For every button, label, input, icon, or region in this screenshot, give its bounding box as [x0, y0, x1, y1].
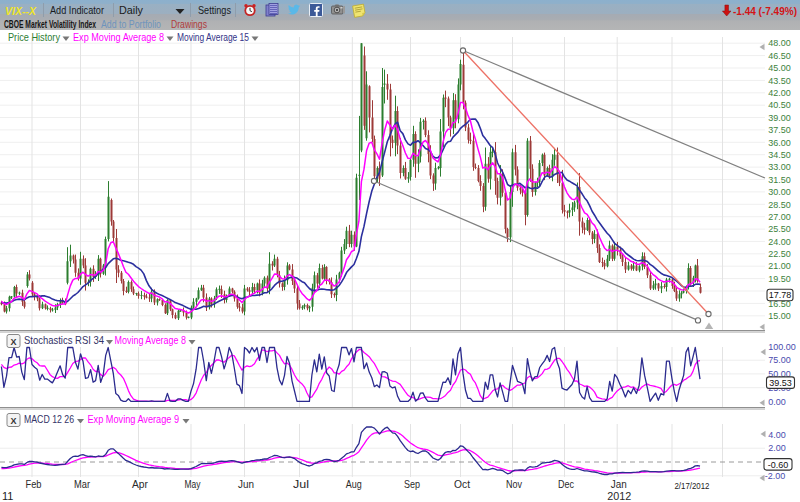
svg-text:31.50: 31.50: [768, 175, 791, 185]
svg-text:39.00: 39.00: [768, 113, 791, 123]
svg-text:43.50: 43.50: [768, 76, 791, 86]
svg-text:42.00: 42.00: [768, 88, 791, 98]
svg-text:48.00: 48.00: [768, 38, 791, 48]
svg-text:Stochastics RSI 34: Stochastics RSI 34: [24, 334, 104, 346]
svg-text:Apr: Apr: [132, 478, 148, 490]
svg-text:Oct: Oct: [454, 478, 470, 490]
svg-text:Add Indicator: Add Indicator: [50, 4, 104, 16]
svg-text:Aug: Aug: [346, 478, 362, 490]
svg-text:0.00: 0.00: [768, 397, 786, 407]
svg-text:Jan: Jan: [611, 478, 627, 490]
svg-text:33.00: 33.00: [768, 162, 791, 172]
svg-text:-1.44 (-7.49%): -1.44 (-7.49%): [733, 5, 797, 17]
svg-text:Drawings: Drawings: [171, 19, 207, 30]
svg-text:19.50: 19.50: [768, 274, 791, 284]
svg-text:22.50: 22.50: [768, 249, 791, 259]
svg-text:Sep: Sep: [404, 478, 420, 490]
svg-text:Feb: Feb: [26, 478, 42, 490]
svg-text:Jun: Jun: [238, 478, 254, 490]
svg-text:Daily: Daily: [119, 4, 143, 16]
svg-text:75.00: 75.00: [768, 355, 791, 365]
svg-text:28.50: 28.50: [768, 200, 791, 210]
svg-text:27.00: 27.00: [768, 212, 791, 222]
svg-text:40.50: 40.50: [768, 100, 791, 110]
svg-text:2/17/2012: 2/17/2012: [675, 481, 710, 491]
svg-text:15.00: 15.00: [768, 311, 791, 321]
svg-text:Mar: Mar: [74, 478, 90, 490]
svg-text:24.00: 24.00: [768, 237, 791, 247]
svg-text:34.50: 34.50: [768, 150, 791, 160]
svg-text:Exp Moving Average 8: Exp Moving Average 8: [73, 31, 164, 43]
svg-text:May: May: [185, 478, 202, 490]
svg-text:2012: 2012: [607, 490, 631, 502]
svg-text:36.00: 36.00: [768, 138, 791, 148]
svg-text:MACD 12 26: MACD 12 26: [24, 413, 74, 425]
svg-text:100.00: 100.00: [768, 342, 796, 352]
svg-text:2.00: 2.00: [768, 443, 786, 453]
svg-text:Exp Moving Average 9: Exp Moving Average 9: [88, 413, 180, 425]
svg-text:Dec: Dec: [558, 478, 574, 490]
svg-text:45.00: 45.00: [768, 63, 791, 73]
svg-text:21.00: 21.00: [768, 261, 791, 271]
svg-text:Settings: Settings: [198, 4, 231, 16]
svg-text:Moving Average 15: Moving Average 15: [177, 31, 249, 43]
svg-text:Price History: Price History: [8, 31, 60, 43]
svg-text:X: X: [10, 416, 16, 426]
svg-text:39.53: 39.53: [769, 378, 792, 388]
svg-text:4.00: 4.00: [768, 430, 786, 440]
svg-text:46.50: 46.50: [768, 51, 791, 61]
svg-text:Add to Portfolio: Add to Portfolio: [101, 19, 161, 30]
svg-text:Nov: Nov: [506, 478, 523, 490]
svg-text:11: 11: [2, 490, 13, 502]
svg-text:VIX--X: VIX--X: [5, 5, 37, 17]
svg-text:Jul: Jul: [293, 478, 309, 490]
svg-text:17.78: 17.78: [769, 290, 792, 300]
svg-text:25.50: 25.50: [768, 224, 791, 234]
svg-text:-2.00: -2.00: [765, 471, 786, 481]
svg-text:X: X: [10, 337, 16, 347]
svg-text:-0.60: -0.60: [768, 460, 789, 470]
svg-text:37.50: 37.50: [768, 125, 791, 135]
svg-text:Moving Average 8: Moving Average 8: [115, 334, 187, 346]
svg-text:CBOE Market Volatility Index: CBOE Market Volatility Index: [4, 19, 96, 30]
svg-text:30.00: 30.00: [768, 187, 791, 197]
